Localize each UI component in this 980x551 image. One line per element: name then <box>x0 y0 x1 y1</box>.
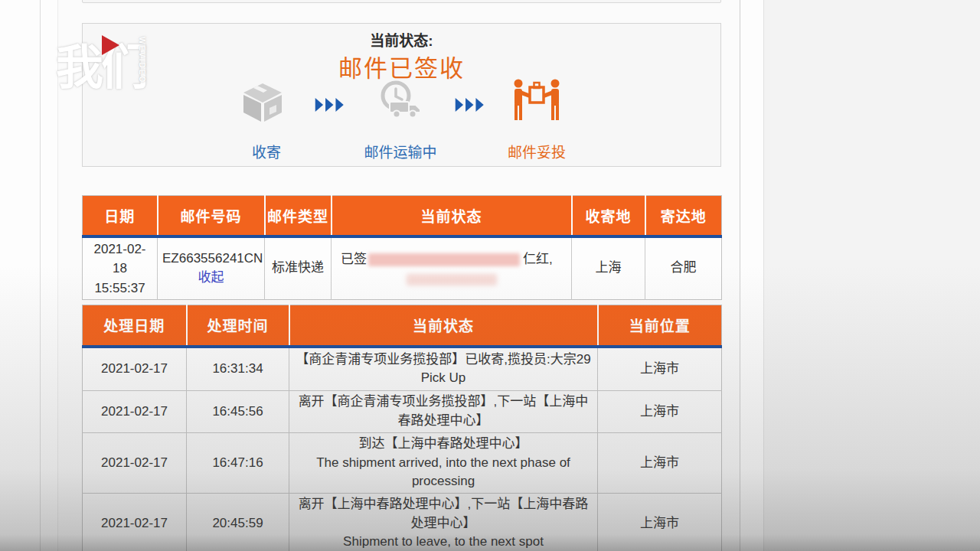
detail-header-row: 处理日期 处理时间 当前状态 当前位置 <box>83 305 722 347</box>
cell-status: 离开【商企青浦专项业务揽投部】,下一站【上海中春路处理中心】 <box>289 391 598 433</box>
page-background: 当前状态: 邮件已签收 <box>58 0 740 551</box>
column-header-process-time: 处理时间 <box>187 305 289 347</box>
column-header-location: 当前位置 <box>598 305 722 347</box>
delivery-people-icon <box>510 77 564 126</box>
cell-date: 2021-02-18 15:55:37 <box>83 236 158 300</box>
step-label-pickup: 收寄 <box>228 141 305 161</box>
cell-current-status: 已签 仁红, <box>332 236 572 300</box>
cell-status: 【商企青浦专项业务揽投部】已收寄,揽投员:大宗29 Pick Up <box>289 347 598 391</box>
cell-location: 上海市 <box>598 493 722 551</box>
cell-location: 上海市 <box>598 347 722 391</box>
step-label-in-transit: 邮件运输中 <box>347 141 454 161</box>
status-prefix: 已签 <box>341 250 367 269</box>
column-header-status: 当前状态 <box>332 196 572 236</box>
redacted-text-blur <box>407 274 497 285</box>
chevrons-right-icon <box>315 96 345 117</box>
cell-mail-type: 标准快递 <box>265 236 332 300</box>
cell-location: 上海市 <box>598 391 722 433</box>
cell-date: 2021-02-17 <box>83 493 187 551</box>
right-divider-line <box>763 0 764 551</box>
table-row: 2021-02-17 20:45:59 离开【上海中春路处理中心】,下一站【上海… <box>83 493 722 551</box>
table-row: 2021-02-17 16:47:16 到达【上海中春路处理中心】 The sh… <box>83 433 722 494</box>
cell-time: 20:45:59 <box>187 493 289 551</box>
cell-status: 离开【上海中春路处理中心】,下一站【上海中春路处理中心】 Shipment to… <box>289 493 598 551</box>
mail-summary-table: 日期 邮件号码 邮件类型 当前状态 收寄地 寄达地 2021-02-18 15:… <box>82 195 722 300</box>
page-right-edge <box>740 0 740 551</box>
collapse-link[interactable]: 收起 <box>162 269 260 288</box>
tracking-detail-table: 处理日期 处理时间 当前状态 当前位置 2021-02-17 16:31:34 … <box>82 305 722 551</box>
transit-truck-icon <box>372 79 424 126</box>
cell-time: 16:31:34 <box>187 347 289 391</box>
table-row: 2021-02-18 15:55:37 EZ663556241CN 收起 标准快… <box>83 236 722 300</box>
cell-date: 2021-02-17 <box>83 433 187 494</box>
cell-location: 上海市 <box>598 433 722 494</box>
cell-mail-number: EZ663556241CN 收起 <box>158 236 265 300</box>
cell-origin: 上海 <box>572 236 645 300</box>
table-row: 2021-02-17 16:31:34 【商企青浦专项业务揽投部】已收寄,揽投员… <box>83 347 722 391</box>
left-divider-line <box>40 0 41 551</box>
summary-header-row: 日期 邮件号码 邮件类型 当前状态 收寄地 寄达地 <box>83 196 722 236</box>
redacted-text-blur <box>368 253 520 266</box>
right-background-panel <box>763 0 980 551</box>
package-icon <box>240 82 285 126</box>
column-header-mail-no: 邮件号码 <box>158 196 265 236</box>
status-suffix: 仁红, <box>523 250 553 269</box>
cell-date: 2021-02-17 <box>83 391 187 433</box>
cell-date: 2021-02-17 <box>83 347 187 391</box>
column-header-destination: 寄达地 <box>645 196 722 236</box>
video-frame: 当前状态: 邮件已签收 <box>0 0 980 551</box>
chevrons-right-icon <box>455 96 485 117</box>
column-header-date: 日期 <box>83 196 158 236</box>
status-label: 当前状态: <box>83 29 720 50</box>
column-header-process-date: 处理日期 <box>83 305 187 347</box>
column-header-status: 当前状态 <box>289 305 598 347</box>
column-header-mail-type: 邮件类型 <box>265 196 332 236</box>
cell-time: 16:45:56 <box>187 391 289 433</box>
current-status-panel: 当前状态: 邮件已签收 <box>82 23 721 167</box>
cell-time: 16:47:16 <box>187 433 289 494</box>
top-cutoff-panel <box>82 0 721 3</box>
column-header-origin: 收寄地 <box>572 196 645 236</box>
cell-status: 到达【上海中春路处理中心】 The shipment arrived, into… <box>289 433 598 494</box>
step-label-delivered: 邮件妥投 <box>487 141 586 161</box>
cell-destination: 合肥 <box>645 236 722 300</box>
table-row: 2021-02-17 16:45:56 离开【商企青浦专项业务揽投部】,下一站【… <box>83 391 722 433</box>
